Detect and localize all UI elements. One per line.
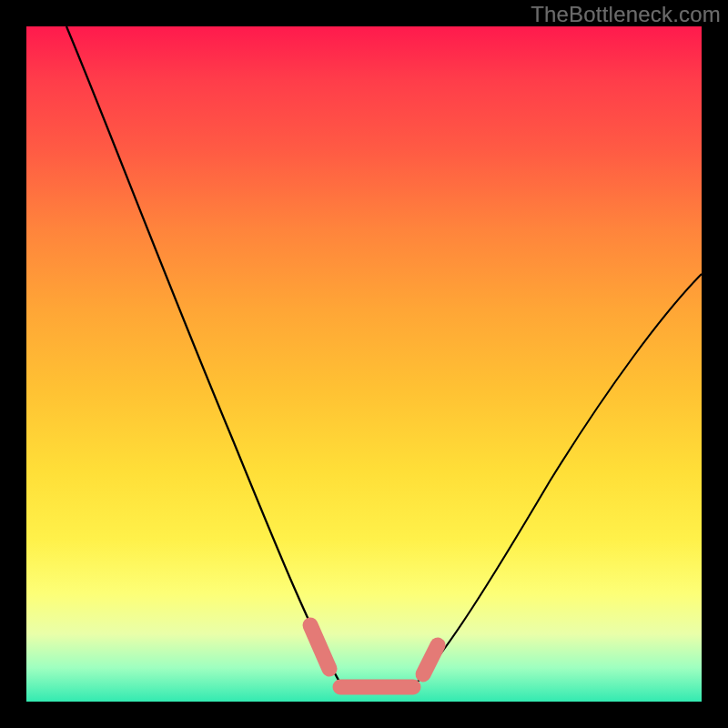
watermark-text: TheBottleneck.com [531, 2, 721, 27]
marker-seg-right [423, 645, 438, 674]
marker-seg-left [310, 625, 329, 669]
chart-plot-area [26, 26, 702, 702]
highlight-marker [26, 26, 702, 702]
